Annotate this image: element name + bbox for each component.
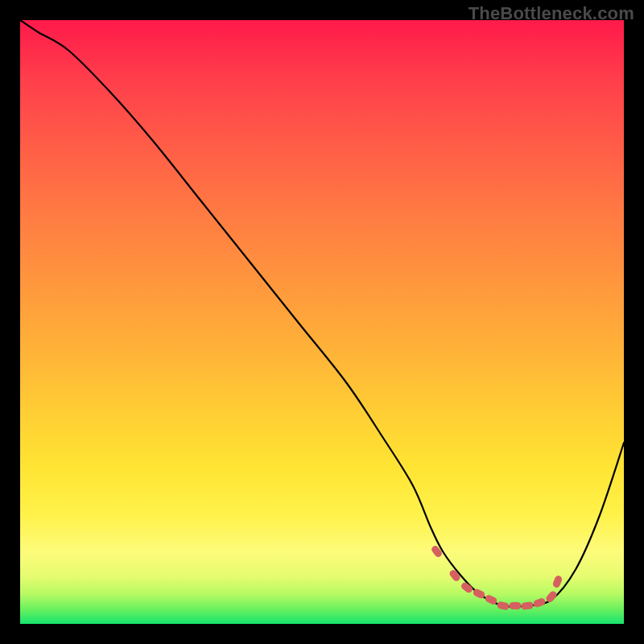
marker-bead: [448, 569, 460, 582]
plot-area: [20, 20, 624, 624]
marker-bead: [552, 576, 563, 588]
marker-group: [431, 545, 563, 610]
chart-stage: TheBottleneck.com: [0, 0, 644, 644]
marker-bead: [545, 590, 557, 603]
marker-bead: [485, 594, 497, 605]
curve-line: [20, 20, 624, 607]
marker-bead: [460, 582, 473, 594]
marker-bead: [522, 602, 534, 610]
marker-bead: [533, 598, 546, 608]
chart-svg: [20, 20, 624, 624]
marker-bead: [510, 603, 521, 609]
marker-bead: [473, 588, 485, 599]
marker-bead: [497, 601, 510, 610]
